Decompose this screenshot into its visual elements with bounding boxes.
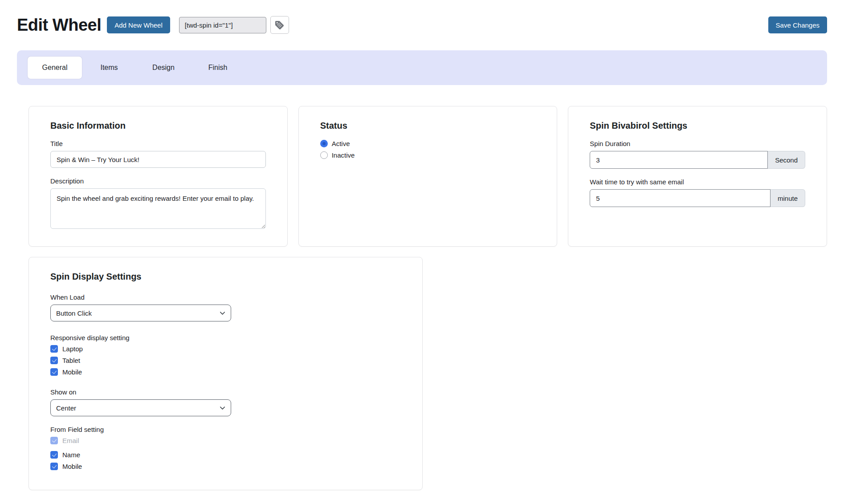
spin-duration-input[interactable]	[590, 151, 768, 169]
basic-information-card: Basic Information Title Description	[29, 106, 288, 247]
when-load-select[interactable]: Button Click	[50, 305, 231, 321]
description-textarea[interactable]	[50, 188, 266, 229]
mobile-field-label: Mobile	[62, 463, 82, 470]
basic-information-heading: Basic Information	[50, 121, 266, 131]
show-on-label: Show on	[50, 388, 401, 396]
cards-row-2: Spin Display Settings When Load Button C…	[29, 257, 827, 490]
edit-wheel-page: Edit Wheel Add New Wheel Save Changes Ge…	[0, 0, 844, 504]
status-radio-active[interactable]: Active	[320, 140, 536, 147]
title-label: Title	[50, 140, 266, 147]
spin-behavior-settings-card: Spin Bivabirol Settings Spin Duration Se…	[568, 106, 827, 247]
page-title: Edit Wheel	[17, 15, 101, 35]
show-on-select[interactable]: Center	[50, 399, 231, 416]
tab-items[interactable]: Items	[82, 57, 136, 79]
radio-selected-icon[interactable]	[320, 140, 328, 147]
checkbox-row-mobile-field[interactable]: Mobile	[50, 463, 401, 470]
cards-area: Basic Information Title Description Stat…	[29, 106, 827, 490]
description-label: Description	[50, 177, 266, 185]
radio-unselected-icon[interactable]	[320, 151, 328, 159]
email-label: Email	[62, 437, 79, 444]
laptop-label: Laptop	[62, 345, 83, 353]
shortcode-input[interactable]	[179, 17, 266, 33]
status-inactive-label: Inactive	[332, 151, 355, 159]
save-changes-button[interactable]: Save Changes	[768, 16, 827, 33]
copy-shortcode-button[interactable]	[270, 16, 289, 34]
checkbox-checked-icon[interactable]	[50, 368, 58, 376]
checkbox-row-tablet[interactable]: Tablet	[50, 357, 401, 364]
spin-duration-label: Spin Duration	[590, 140, 805, 147]
wait-time-label: Wait time to try with same email	[590, 178, 805, 186]
checkbox-row-laptop[interactable]: Laptop	[50, 345, 401, 353]
spin-behavior-heading: Spin Bivabirol Settings	[590, 121, 805, 131]
checkbox-row-mobile[interactable]: Mobile	[50, 368, 401, 376]
page-header: Edit Wheel Add New Wheel Save Changes	[17, 15, 827, 35]
show-on-select-input[interactable]: Center	[50, 399, 231, 416]
status-radio-inactive[interactable]: Inactive	[320, 151, 536, 159]
empty-grid-cell	[433, 257, 828, 490]
name-label: Name	[62, 451, 80, 459]
checkbox-row-email: Email	[50, 437, 401, 444]
checkbox-row-name[interactable]: Name	[50, 451, 401, 459]
wait-time-input-group: minute	[590, 189, 805, 207]
status-heading: Status	[320, 121, 536, 131]
checkbox-checked-icon[interactable]	[50, 451, 58, 459]
spin-display-settings-card: Spin Display Settings When Load Button C…	[29, 257, 423, 490]
wait-time-input[interactable]	[590, 189, 771, 207]
add-new-wheel-button[interactable]: Add New Wheel	[107, 16, 170, 33]
when-load-select-input[interactable]: Button Click	[50, 305, 231, 321]
tag-icon	[274, 20, 285, 30]
tablet-label: Tablet	[62, 357, 80, 364]
title-field-group: Title	[50, 140, 266, 168]
when-load-label: When Load	[50, 293, 401, 301]
spin-duration-unit: Second	[768, 151, 805, 169]
from-field-label: From Field setting	[50, 426, 401, 433]
title-input[interactable]	[50, 151, 266, 168]
responsive-display-label: Responsive display setting	[50, 334, 401, 341]
wait-time-unit: minute	[771, 189, 805, 207]
tab-design[interactable]: Design	[136, 57, 191, 79]
tab-general[interactable]: General	[28, 57, 82, 79]
spin-duration-group: Spin Duration Second	[590, 140, 805, 169]
checkbox-checked-icon[interactable]	[50, 345, 58, 353]
cards-row-1: Basic Information Title Description Stat…	[29, 106, 827, 247]
status-active-label: Active	[332, 140, 350, 147]
mobile-label: Mobile	[62, 368, 82, 376]
spin-display-heading: Spin Display Settings	[50, 272, 401, 282]
checkbox-checked-icon[interactable]	[50, 357, 58, 364]
description-field-group: Description	[50, 177, 266, 231]
checkbox-checked-icon[interactable]	[50, 463, 58, 470]
wait-time-group: Wait time to try with same email minute	[590, 178, 805, 207]
tab-bar: General Items Design Finish	[17, 50, 827, 85]
status-card: Status Active Inactive	[298, 106, 558, 247]
spin-duration-input-group: Second	[590, 151, 805, 169]
tab-finish[interactable]: Finish	[191, 57, 245, 79]
checkbox-disabled-checked-icon	[50, 437, 58, 444]
